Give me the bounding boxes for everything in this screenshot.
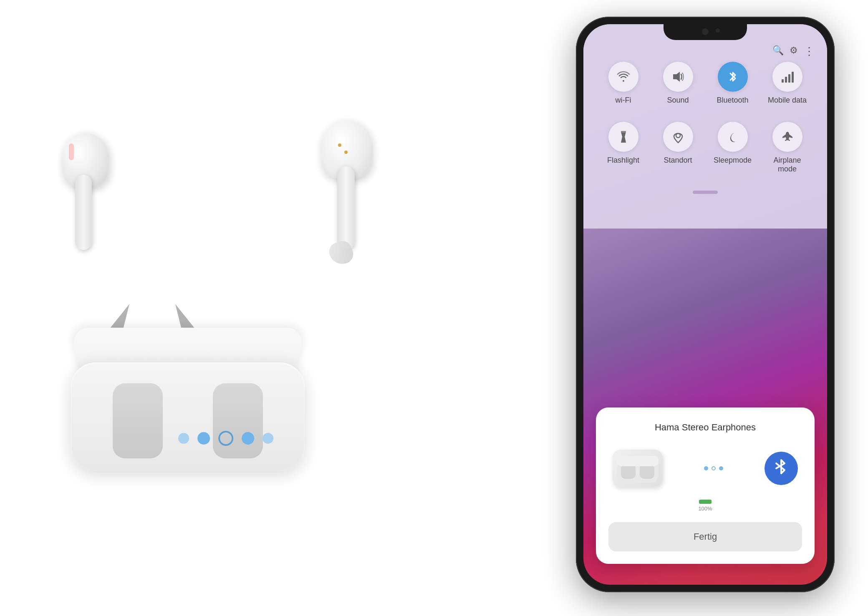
bt-card-content [608, 450, 802, 487]
svg-rect-11 [621, 464, 636, 479]
dot-outline [712, 466, 716, 470]
phone-screen: 🔍 ⚙ ⋮ [583, 24, 827, 585]
phone-notch [664, 24, 747, 40]
control-center-row-2: Flashlight Standort [596, 122, 815, 174]
pagination-dot-3-active[interactable] [218, 431, 233, 446]
location-icon [671, 130, 685, 143]
fertig-button[interactable]: Fertig [608, 522, 802, 551]
bluetooth-icon [726, 70, 739, 83]
svg-marker-2 [673, 72, 680, 82]
phone-mockup: 🔍 ⚙ ⋮ [576, 17, 835, 601]
location-label: Standort [664, 156, 692, 165]
earphones-thumbnail [613, 450, 663, 487]
phone-topbar: 🔍 ⚙ ⋮ [772, 45, 815, 58]
mobile-data-control[interactable]: Mobile data [767, 62, 808, 105]
svg-rect-8 [621, 131, 626, 133]
battery-bar [699, 500, 712, 504]
sleep-icon-circle [718, 122, 748, 152]
flashlight-icon-circle [608, 122, 638, 152]
sound-label: Sound [667, 96, 689, 105]
bluetooth-pairing-card: Hama Stereo Earphones [596, 407, 815, 564]
svg-marker-7 [621, 132, 626, 143]
svg-rect-5 [788, 74, 790, 83]
search-icon[interactable]: 🔍 [772, 45, 784, 58]
dot-filled-1 [704, 466, 708, 470]
svg-rect-13 [617, 456, 659, 466]
connection-dots [704, 466, 723, 470]
wifi-icon [617, 70, 630, 83]
sleep-label: Sleepmode [714, 156, 752, 165]
battery-percentage: 100% [698, 505, 712, 512]
airplane-icon [781, 130, 794, 143]
airplane-label: Airplane mode [767, 156, 808, 174]
mobile-data-label: Mobile data [768, 96, 807, 105]
bluetooth-symbol [765, 452, 798, 485]
moon-icon [726, 130, 739, 143]
svg-rect-12 [640, 464, 654, 479]
dot-filled-2 [719, 466, 723, 470]
pagination-dot-2[interactable] [197, 432, 210, 445]
location-icon-circle [663, 122, 693, 152]
charging-case [71, 329, 305, 471]
pagination-dot-4[interactable] [242, 432, 254, 445]
svg-rect-6 [792, 72, 794, 83]
airplane-icon-circle [772, 122, 802, 152]
sound-icon [671, 70, 685, 83]
wifi-control[interactable]: wi-Fi [603, 62, 644, 105]
svg-rect-3 [782, 79, 784, 83]
sleep-control[interactable]: Sleepmode [712, 122, 754, 174]
wifi-icon-circle [608, 62, 638, 92]
signal-icon [781, 70, 794, 83]
sound-control[interactable]: Sound [657, 62, 699, 105]
settings-icon[interactable]: ⚙ [790, 45, 798, 58]
pagination-dot-5[interactable] [262, 433, 273, 444]
pagination-dot-1[interactable] [178, 433, 189, 444]
flashlight-icon [617, 130, 630, 143]
pagination-dots [178, 431, 273, 446]
bluetooth-label: Bluetooth [717, 96, 748, 105]
bt-device-name: Hama Stereo Earphones [608, 422, 802, 433]
bluetooth-icon-circle [718, 62, 748, 92]
flashlight-label: Flashlight [607, 156, 639, 165]
airplane-control[interactable]: Airplane mode [767, 122, 808, 174]
battery-indicator: 100% [608, 500, 802, 512]
bluetooth-large-icon [773, 458, 790, 478]
bluetooth-control[interactable]: Bluetooth [712, 62, 754, 105]
left-section [0, 0, 376, 616]
flashlight-control[interactable]: Flashlight [603, 122, 644, 174]
wifi-label: wi-Fi [616, 96, 631, 105]
control-center-row-1: wi-Fi Sound [596, 62, 815, 105]
phone-body: 🔍 ⚙ ⋮ [576, 17, 835, 592]
svg-rect-4 [785, 77, 787, 83]
earphones-illustration [38, 121, 338, 496]
mobile-data-icon-circle [772, 62, 802, 92]
sound-icon-circle [663, 62, 693, 92]
earphones-mini-svg [615, 452, 661, 485]
more-options-icon[interactable]: ⋮ [804, 45, 815, 58]
scroll-indicator [693, 191, 718, 194]
location-control[interactable]: Standort [657, 122, 699, 174]
